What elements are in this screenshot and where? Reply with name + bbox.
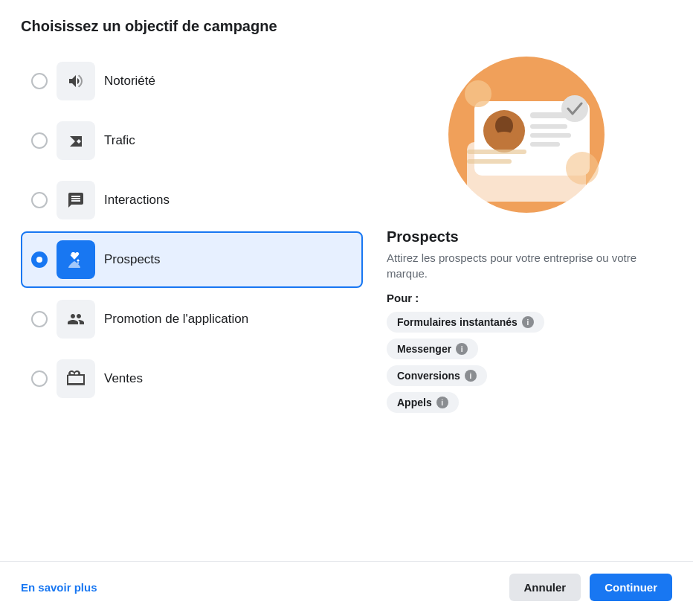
icon-trafic <box>57 121 95 160</box>
description-section: Prospects Attirez les prospects pour vot… <box>381 228 672 413</box>
radio-interactions[interactable] <box>31 192 48 208</box>
svg-rect-10 <box>530 133 571 138</box>
tag-messenger-label: Messenger <box>397 343 451 355</box>
tag-messenger: Messenger i <box>387 339 478 359</box>
label-interactions: Interactions <box>104 193 170 208</box>
info-icon-conversions[interactable]: i <box>465 370 477 382</box>
icon-ventes <box>57 359 95 398</box>
illustration <box>445 53 608 216</box>
info-icon-appels[interactable]: i <box>436 397 448 408</box>
left-panel: Notoriété Trafic <box>21 53 363 534</box>
content-area: Notoriété Trafic <box>21 53 672 534</box>
tag-conversions: Conversions i <box>387 365 487 386</box>
continue-button[interactable]: Continuer <box>590 574 672 601</box>
svg-rect-15 <box>467 150 526 154</box>
option-trafic[interactable]: Trafic <box>21 112 363 169</box>
option-interactions[interactable]: Interactions <box>21 172 363 228</box>
tag-appels: Appels i <box>387 392 459 413</box>
label-notoriete: Notoriété <box>104 74 155 89</box>
tag-formulaires: Formulaires instantanés i <box>387 312 544 333</box>
icon-notoriete <box>57 62 95 100</box>
svg-point-7 <box>491 132 518 153</box>
tags-list: Formulaires instantanés i Messenger i Co… <box>387 312 672 413</box>
radio-ventes[interactable] <box>31 370 48 387</box>
radio-trafic[interactable] <box>31 132 48 149</box>
description-text: Attirez les prospects pour votre entrepr… <box>387 250 672 281</box>
icon-promotion <box>57 300 95 339</box>
radio-prospects[interactable] <box>31 251 48 268</box>
option-ventes[interactable]: Ventes <box>21 350 363 407</box>
cancel-button[interactable]: Annuler <box>509 574 581 601</box>
tag-formulaires-label: Formulaires instantanés <box>397 316 518 328</box>
modal-title: Choisissez un objectif de campagne <box>21 18 672 35</box>
option-prospects[interactable]: Prospects <box>21 231 363 288</box>
svg-point-13 <box>465 80 491 107</box>
icon-interactions <box>57 181 95 219</box>
svg-rect-16 <box>467 159 512 164</box>
info-icon-messenger[interactable]: i <box>456 343 468 355</box>
modal-container: Choisissez un objectif de campagne Notor… <box>0 0 693 549</box>
description-pour: Pour : <box>387 292 672 304</box>
learn-more-link[interactable]: En savoir plus <box>21 581 97 594</box>
svg-rect-9 <box>530 124 567 129</box>
icon-prospects <box>57 240 95 279</box>
radio-notoriete[interactable] <box>31 73 48 89</box>
label-trafic: Trafic <box>104 133 135 148</box>
modal-footer: En savoir plus Annuler Continuer <box>0 561 693 616</box>
svg-rect-11 <box>530 142 560 147</box>
option-promotion[interactable]: Promotion de l'application <box>21 291 363 347</box>
label-promotion: Promotion de l'application <box>104 312 248 327</box>
label-ventes: Ventes <box>104 371 143 386</box>
tag-conversions-label: Conversions <box>397 370 460 382</box>
tag-appels-label: Appels <box>397 397 432 408</box>
right-panel: Prospects Attirez les prospects pour vot… <box>381 53 672 534</box>
description-title: Prospects <box>387 228 672 246</box>
svg-point-12 <box>561 95 588 122</box>
radio-promotion[interactable] <box>31 311 48 327</box>
svg-point-14 <box>566 152 599 185</box>
option-notoriete[interactable]: Notoriété <box>21 53 363 109</box>
info-icon-formulaires[interactable]: i <box>522 316 534 328</box>
label-prospects: Prospects <box>104 252 161 267</box>
footer-buttons: Annuler Continuer <box>509 574 673 601</box>
svg-marker-0 <box>70 141 82 147</box>
